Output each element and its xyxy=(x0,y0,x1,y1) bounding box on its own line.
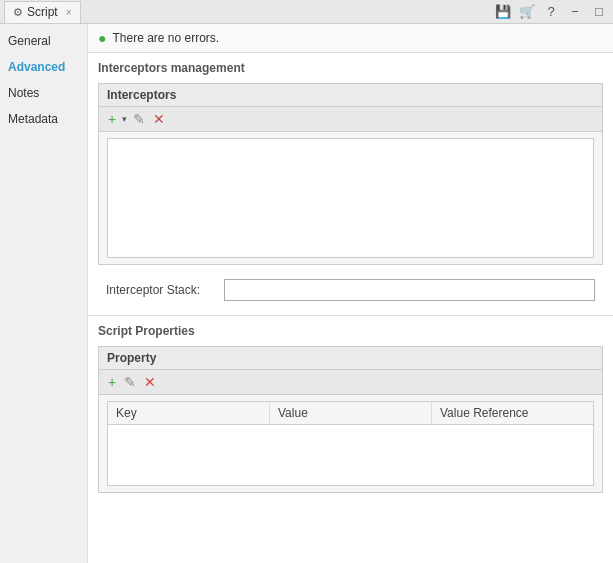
script-properties-section-title: Script Properties xyxy=(98,324,603,338)
help-button[interactable]: ? xyxy=(541,2,561,22)
col-value-reference: Value Reference xyxy=(432,402,593,424)
sidebar-item-metadata[interactable]: Metadata xyxy=(0,106,87,132)
status-icon: ● xyxy=(98,30,106,46)
title-bar: ⚙ Script × 💾 🛒 ? − □ xyxy=(0,0,613,24)
properties-panel-header: Property xyxy=(99,347,602,370)
script-properties-section: Script Properties Property + ✎ ✕ xyxy=(88,316,613,501)
col-value: Value xyxy=(270,402,432,424)
interceptors-panel: Interceptors + ▾ ✎ ✕ xyxy=(98,83,603,265)
interceptor-stack-label: Interceptor Stack: xyxy=(106,283,216,297)
sidebar: General Advanced Notes Metadata xyxy=(0,24,88,563)
col-key: Key xyxy=(108,402,270,424)
main-container: General Advanced Notes Metadata ● There … xyxy=(0,24,613,563)
properties-table: Key Value Value Reference xyxy=(107,401,594,486)
sidebar-item-general[interactable]: General xyxy=(0,28,87,54)
properties-edit-button[interactable]: ✎ xyxy=(121,373,139,391)
interceptors-delete-button[interactable]: ✕ xyxy=(150,110,168,128)
tab-label: Script xyxy=(27,5,58,19)
interceptors-edit-button[interactable]: ✎ xyxy=(130,110,148,128)
interceptor-stack-input[interactable] xyxy=(224,279,595,301)
script-icon: ⚙ xyxy=(13,6,23,19)
script-tab[interactable]: ⚙ Script × xyxy=(4,1,81,23)
interceptors-list xyxy=(107,138,594,258)
properties-toolbar: + ✎ ✕ xyxy=(99,370,602,395)
interceptors-section: Interceptors management Interceptors + ▾… xyxy=(88,53,613,315)
status-bar: ● There are no errors. xyxy=(88,24,613,53)
table-header: Key Value Value Reference xyxy=(108,402,593,425)
interceptors-section-title: Interceptors management xyxy=(98,61,603,75)
table-body xyxy=(108,425,593,485)
minimize-button[interactable]: − xyxy=(565,2,585,22)
properties-panel: Property + ✎ ✕ Key Value xyxy=(98,346,603,493)
interceptor-stack-row: Interceptor Stack: xyxy=(98,273,603,307)
interceptors-dropdown-button[interactable]: ▾ xyxy=(121,112,128,126)
interceptors-add-button[interactable]: + xyxy=(105,110,119,128)
sidebar-item-advanced[interactable]: Advanced xyxy=(0,54,87,80)
properties-add-button[interactable]: + xyxy=(105,373,119,391)
title-bar-actions: 💾 🛒 ? − □ xyxy=(493,2,609,22)
properties-delete-button[interactable]: ✕ xyxy=(141,373,159,391)
tab-close-button[interactable]: × xyxy=(66,7,72,18)
interceptors-panel-header: Interceptors xyxy=(99,84,602,107)
cart-button[interactable]: 🛒 xyxy=(517,2,537,22)
save-button[interactable]: 💾 xyxy=(493,2,513,22)
status-message: There are no errors. xyxy=(112,31,219,45)
content-area: ● There are no errors. Interceptors mana… xyxy=(88,24,613,563)
maximize-button[interactable]: □ xyxy=(589,2,609,22)
interceptors-toolbar: + ▾ ✎ ✕ xyxy=(99,107,602,132)
sidebar-item-notes[interactable]: Notes xyxy=(0,80,87,106)
